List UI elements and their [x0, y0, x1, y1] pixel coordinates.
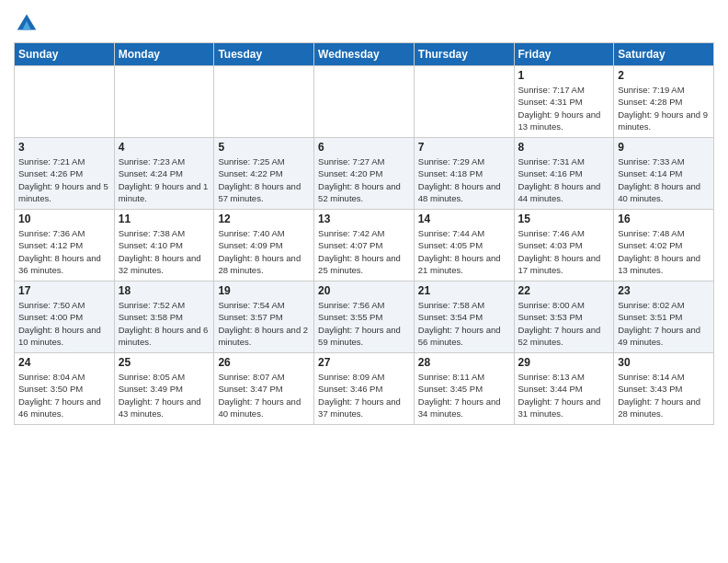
day-number: 12 [218, 213, 310, 225]
day-number: 25 [119, 356, 210, 369]
day-number: 15 [518, 213, 610, 225]
calendar-cell: 2Sunrise: 7:19 AM Sunset: 4:28 PM Daylig… [614, 66, 714, 138]
calendar-cell: 24Sunrise: 8:04 AM Sunset: 3:50 PM Dayli… [15, 353, 115, 425]
calendar-week-row: 10Sunrise: 7:36 AM Sunset: 4:12 PM Dayli… [15, 210, 714, 282]
day-info: Sunrise: 8:00 AM Sunset: 3:53 PM Dayligh… [518, 299, 610, 348]
calendar: SundayMondayTuesdayWednesdayThursdayFrid… [14, 42, 714, 425]
day-number: 26 [218, 356, 310, 369]
calendar-cell: 6Sunrise: 7:27 AM Sunset: 4:20 PM Daylig… [314, 138, 415, 210]
day-info: Sunrise: 7:38 AM Sunset: 4:10 PM Dayligh… [119, 227, 210, 276]
day-number: 16 [618, 213, 710, 225]
day-info: Sunrise: 7:52 AM Sunset: 3:58 PM Dayligh… [119, 299, 210, 348]
day-info: Sunrise: 7:50 AM Sunset: 4:00 PM Dayligh… [18, 299, 110, 348]
day-info: Sunrise: 7:33 AM Sunset: 4:14 PM Dayligh… [618, 155, 710, 204]
calendar-cell: 21Sunrise: 7:58 AM Sunset: 3:54 PM Dayli… [414, 282, 514, 353]
day-number: 13 [318, 213, 410, 225]
day-info: Sunrise: 8:13 AM Sunset: 3:44 PM Dayligh… [518, 371, 610, 419]
day-info: Sunrise: 8:11 AM Sunset: 3:45 PM Dayligh… [418, 371, 510, 419]
day-info: Sunrise: 7:42 AM Sunset: 4:07 PM Dayligh… [318, 227, 410, 276]
day-number: 29 [518, 356, 610, 369]
calendar-cell: 26Sunrise: 8:07 AM Sunset: 3:47 PM Dayli… [214, 353, 314, 425]
day-number: 1 [518, 69, 610, 82]
calendar-cell: 13Sunrise: 7:42 AM Sunset: 4:07 PM Dayli… [314, 210, 415, 282]
calendar-cell: 19Sunrise: 7:54 AM Sunset: 3:57 PM Dayli… [214, 282, 314, 353]
calendar-cell: 15Sunrise: 7:46 AM Sunset: 4:03 PM Dayli… [514, 210, 614, 282]
calendar-week-row: 17Sunrise: 7:50 AM Sunset: 4:00 PM Dayli… [15, 282, 714, 353]
calendar-cell [414, 66, 514, 138]
day-info: Sunrise: 7:40 AM Sunset: 4:09 PM Dayligh… [218, 227, 310, 276]
day-number: 27 [318, 356, 410, 369]
logo-icon [14, 9, 40, 35]
calendar-cell: 16Sunrise: 7:48 AM Sunset: 4:02 PM Dayli… [614, 210, 714, 282]
day-info: Sunrise: 7:17 AM Sunset: 4:31 PM Dayligh… [518, 84, 610, 132]
day-info: Sunrise: 7:23 AM Sunset: 4:24 PM Dayligh… [119, 155, 210, 204]
day-number: 20 [318, 284, 410, 297]
calendar-week-row: 24Sunrise: 8:04 AM Sunset: 3:50 PM Dayli… [15, 353, 714, 425]
calendar-cell: 30Sunrise: 8:14 AM Sunset: 3:43 PM Dayli… [614, 353, 714, 425]
calendar-cell: 20Sunrise: 7:56 AM Sunset: 3:55 PM Dayli… [314, 282, 415, 353]
logo [14, 9, 41, 35]
day-number: 5 [218, 141, 310, 154]
calendar-cell: 11Sunrise: 7:38 AM Sunset: 4:10 PM Dayli… [114, 210, 214, 282]
day-number: 21 [418, 284, 510, 297]
weekday-header-row: SundayMondayTuesdayWednesdayThursdayFrid… [15, 43, 714, 66]
calendar-cell [15, 66, 115, 138]
calendar-week-row: 3Sunrise: 7:21 AM Sunset: 4:26 PM Daylig… [15, 138, 714, 210]
day-info: Sunrise: 7:58 AM Sunset: 3:54 PM Dayligh… [418, 299, 510, 348]
calendar-cell: 29Sunrise: 8:13 AM Sunset: 3:44 PM Dayli… [514, 353, 614, 425]
day-number: 7 [418, 141, 510, 154]
day-info: Sunrise: 7:27 AM Sunset: 4:20 PM Dayligh… [318, 155, 410, 204]
weekday-header: Monday [114, 43, 214, 66]
day-info: Sunrise: 7:46 AM Sunset: 4:03 PM Dayligh… [518, 227, 610, 276]
day-info: Sunrise: 7:19 AM Sunset: 4:28 PM Dayligh… [618, 84, 710, 132]
day-info: Sunrise: 7:25 AM Sunset: 4:22 PM Dayligh… [218, 155, 310, 204]
day-number: 9 [618, 141, 710, 154]
day-number: 24 [18, 356, 110, 369]
weekday-header: Friday [514, 43, 614, 66]
day-number: 3 [18, 141, 110, 154]
day-info: Sunrise: 8:09 AM Sunset: 3:46 PM Dayligh… [318, 371, 410, 419]
day-number: 4 [119, 141, 210, 154]
calendar-cell: 18Sunrise: 7:52 AM Sunset: 3:58 PM Dayli… [114, 282, 214, 353]
calendar-cell: 12Sunrise: 7:40 AM Sunset: 4:09 PM Dayli… [214, 210, 314, 282]
day-info: Sunrise: 7:44 AM Sunset: 4:05 PM Dayligh… [418, 227, 510, 276]
day-number: 2 [618, 69, 710, 82]
calendar-cell: 8Sunrise: 7:31 AM Sunset: 4:16 PM Daylig… [514, 138, 614, 210]
calendar-cell: 1Sunrise: 7:17 AM Sunset: 4:31 PM Daylig… [514, 66, 614, 138]
day-info: Sunrise: 8:05 AM Sunset: 3:49 PM Dayligh… [119, 371, 210, 419]
calendar-cell: 4Sunrise: 7:23 AM Sunset: 4:24 PM Daylig… [114, 138, 214, 210]
weekday-header: Thursday [414, 43, 514, 66]
day-number: 30 [618, 356, 710, 369]
calendar-cell [214, 66, 314, 138]
calendar-cell: 22Sunrise: 8:00 AM Sunset: 3:53 PM Dayli… [514, 282, 614, 353]
day-info: Sunrise: 7:54 AM Sunset: 3:57 PM Dayligh… [218, 299, 310, 348]
calendar-cell: 14Sunrise: 7:44 AM Sunset: 4:05 PM Dayli… [414, 210, 514, 282]
calendar-cell: 27Sunrise: 8:09 AM Sunset: 3:46 PM Dayli… [314, 353, 415, 425]
header [14, 9, 714, 35]
day-info: Sunrise: 8:04 AM Sunset: 3:50 PM Dayligh… [18, 371, 110, 419]
weekday-header: Sunday [15, 43, 115, 66]
day-number: 28 [418, 356, 510, 369]
calendar-cell [114, 66, 214, 138]
day-number: 19 [218, 284, 310, 297]
calendar-cell: 25Sunrise: 8:05 AM Sunset: 3:49 PM Dayli… [114, 353, 214, 425]
calendar-cell [314, 66, 415, 138]
day-info: Sunrise: 7:21 AM Sunset: 4:26 PM Dayligh… [18, 155, 110, 204]
calendar-cell: 23Sunrise: 8:02 AM Sunset: 3:51 PM Dayli… [614, 282, 714, 353]
day-number: 6 [318, 141, 410, 154]
day-info: Sunrise: 7:31 AM Sunset: 4:16 PM Dayligh… [518, 155, 610, 204]
calendar-cell: 9Sunrise: 7:33 AM Sunset: 4:14 PM Daylig… [614, 138, 714, 210]
day-number: 17 [18, 284, 110, 297]
day-info: Sunrise: 7:56 AM Sunset: 3:55 PM Dayligh… [318, 299, 410, 348]
day-info: Sunrise: 8:07 AM Sunset: 3:47 PM Dayligh… [218, 371, 310, 419]
weekday-header: Tuesday [214, 43, 314, 66]
weekday-header: Wednesday [314, 43, 415, 66]
day-info: Sunrise: 7:36 AM Sunset: 4:12 PM Dayligh… [18, 227, 110, 276]
day-number: 23 [618, 284, 710, 297]
calendar-cell: 5Sunrise: 7:25 AM Sunset: 4:22 PM Daylig… [214, 138, 314, 210]
day-number: 11 [119, 213, 210, 225]
calendar-cell: 10Sunrise: 7:36 AM Sunset: 4:12 PM Dayli… [15, 210, 115, 282]
day-number: 22 [518, 284, 610, 297]
weekday-header: Saturday [614, 43, 714, 66]
day-number: 8 [518, 141, 610, 154]
